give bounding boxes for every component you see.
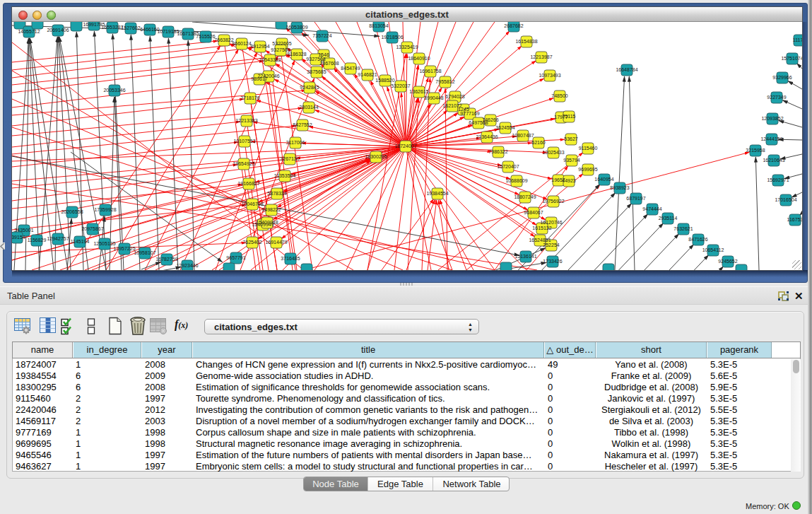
svg-text:15409948: 15409948	[256, 220, 278, 225]
svg-text:19166827: 19166827	[237, 181, 259, 186]
svg-text:9245652: 9245652	[718, 259, 737, 264]
svg-text:3267130: 3267130	[280, 156, 299, 161]
svg-text:3716485: 3716485	[281, 256, 300, 261]
svg-text:9498222: 9498222	[261, 207, 281, 212]
svg-text:19654925: 19654925	[233, 161, 254, 166]
svg-text:5322605: 5322605	[272, 41, 291, 46]
svg-text:5322037: 5322037	[391, 83, 410, 88]
svg-text:7625402: 7625402	[242, 240, 261, 245]
svg-text:935794: 935794	[563, 158, 579, 163]
svg-text:11353594: 11353594	[274, 173, 296, 178]
svg-text:1733426: 1733426	[543, 259, 562, 264]
svg-text:7632621: 7632621	[673, 226, 693, 231]
svg-text:7986322: 7986322	[488, 149, 507, 154]
svg-text:6879197: 6879197	[626, 196, 645, 201]
svg-text:2935114: 2935114	[659, 216, 678, 221]
svg-text:16524851: 16524851	[529, 238, 551, 243]
svg-text:8454749: 8454749	[341, 66, 360, 71]
svg-text:17359928: 17359928	[94, 207, 116, 212]
svg-text:20053346: 20053346	[103, 88, 125, 93]
svg-text:2435001: 2435001	[14, 228, 33, 233]
svg-text:1640954: 1640954	[594, 177, 613, 182]
svg-text:12505135: 12505135	[93, 241, 115, 246]
svg-text:12213987: 12213987	[530, 54, 552, 59]
svg-text:1156829: 1156829	[28, 238, 47, 243]
svg-text:16782759: 16782759	[155, 257, 177, 262]
svg-text:8912954: 8912954	[250, 44, 269, 49]
svg-text:8186328: 8186328	[287, 52, 306, 57]
svg-text:17957225: 17957225	[113, 246, 135, 251]
svg-text:1527602: 1527602	[121, 25, 140, 30]
svg-text:15136141: 15136141	[514, 254, 536, 259]
svg-text:2867608: 2867608	[319, 61, 339, 66]
svg-text:9777169: 9777169	[460, 111, 479, 116]
svg-text:9242845: 9242845	[300, 85, 319, 90]
svg-text:7357224: 7357224	[312, 33, 331, 38]
svg-text:10807487: 10807487	[512, 133, 534, 138]
svg-text:3875685: 3875685	[307, 69, 326, 74]
svg-text:53627: 53627	[564, 136, 578, 141]
svg-text:9684067: 9684067	[524, 210, 543, 215]
svg-text:1362615: 1362615	[409, 89, 428, 94]
svg-text:8427552: 8427552	[293, 122, 312, 127]
svg-text:16961758: 16961758	[419, 69, 441, 74]
svg-text:10046708: 10046708	[241, 201, 263, 206]
svg-text:1615132: 1615132	[532, 226, 551, 230]
svg-text:10958107: 10958107	[134, 250, 155, 255]
svg-text:9657791: 9657791	[226, 255, 245, 260]
svg-text:19384554: 19384554	[426, 191, 448, 196]
svg-text:18640910: 18640910	[408, 56, 430, 61]
svg-text:10688609: 10688609	[505, 178, 527, 183]
svg-text:16120746: 16120746	[540, 220, 562, 225]
svg-text:8990448: 8990448	[424, 95, 443, 100]
svg-text:16210643: 16210643	[763, 158, 784, 163]
svg-text:18724007: 18724007	[394, 144, 416, 148]
svg-text:17016504: 17016504	[775, 197, 796, 202]
svg-text:15720407: 15720407	[497, 164, 519, 169]
svg-text:8938923: 8938923	[610, 185, 629, 190]
svg-text:6794028: 6794028	[445, 94, 464, 99]
svg-text:12942757: 12942757	[47, 236, 69, 241]
svg-text:16914479: 16914479	[265, 240, 287, 245]
svg-text:10025433: 10025433	[542, 150, 564, 155]
svg-text:3624554: 3624554	[495, 125, 514, 130]
svg-text:1145194: 1145194	[71, 239, 90, 244]
svg-text:9227349: 9227349	[767, 95, 786, 100]
svg-text:12923446: 12923446	[176, 263, 198, 268]
svg-text:8813054: 8813054	[369, 23, 388, 28]
svg-text:10719185: 10719185	[157, 29, 179, 34]
svg-text:10543382: 10543382	[259, 57, 281, 62]
svg-text:7663822: 7663822	[214, 37, 233, 42]
svg-text:12093852: 12093852	[761, 116, 783, 121]
svg-text:10107553: 10107553	[233, 139, 255, 144]
svg-text:12213383: 12213383	[235, 118, 257, 123]
svg-text:12444159: 12444159	[760, 136, 782, 141]
svg-text:1588520: 1588520	[375, 78, 394, 83]
svg-text:9474444: 9474444	[642, 206, 661, 211]
svg-text:989617: 989617	[251, 76, 267, 81]
svg-text:10973493: 10973493	[539, 73, 560, 78]
svg-text:9699695: 9699695	[578, 167, 597, 172]
svg-text:7515526: 7515526	[196, 34, 215, 39]
svg-text:2718176: 2718176	[240, 95, 259, 100]
svg-text:8660124: 8660124	[232, 41, 251, 46]
svg-text:252254: 252254	[543, 243, 559, 247]
svg-text:3215958: 3215958	[746, 148, 765, 153]
svg-text:6497568: 6497568	[469, 120, 488, 125]
svg-text:5878334: 5878334	[267, 191, 286, 196]
svg-text:16553287: 16553287	[101, 25, 123, 30]
svg-text:15751074: 15751074	[781, 56, 802, 61]
svg-text:9115460: 9115460	[579, 146, 598, 151]
svg-text:19218506: 19218506	[381, 35, 403, 40]
svg-text:11174: 11174	[793, 37, 802, 42]
svg-text:7955812: 7955812	[435, 79, 454, 84]
svg-text:19756922: 19756922	[542, 199, 564, 204]
svg-text:748500: 748500	[551, 93, 567, 98]
svg-text:14055712: 14055712	[18, 29, 40, 34]
svg-text:116753: 116753	[787, 217, 802, 222]
svg-text:10654112: 10654112	[702, 247, 724, 252]
svg-text:18300295: 18300295	[365, 154, 387, 159]
svg-text:9146821: 9146821	[358, 72, 377, 77]
svg-text:15692971: 15692971	[767, 177, 789, 182]
svg-text:20975867: 20975867	[81, 226, 103, 231]
